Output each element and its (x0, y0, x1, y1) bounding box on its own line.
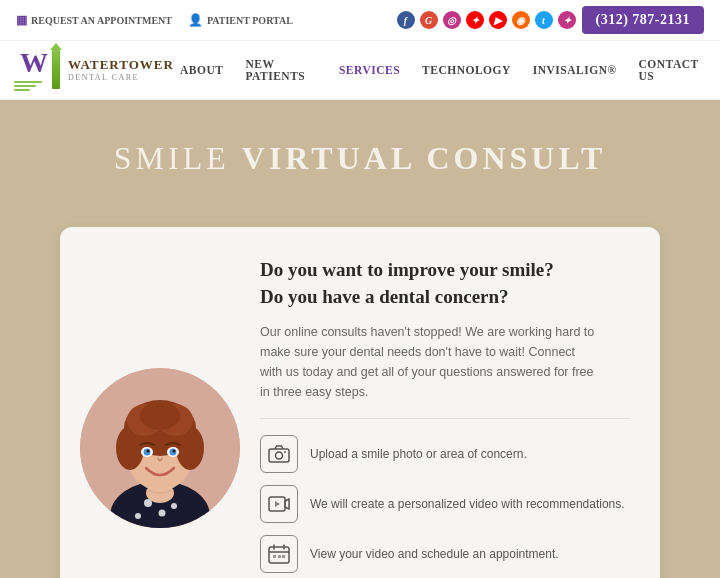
nav-invisalign[interactable]: INVISALIGN® (533, 64, 617, 76)
step-3-text: View your video and schedule an appointm… (310, 547, 559, 561)
calendar-icon: ▦ (16, 13, 27, 28)
svg-rect-21 (269, 449, 289, 462)
google-icon[interactable]: G (420, 11, 438, 29)
patient-portal-label: PATIENT PORTAL (207, 15, 293, 26)
card-section: Do you want to improve your smile? Do yo… (0, 227, 720, 578)
nav-contact[interactable]: CONTACT US (639, 58, 700, 82)
svg-point-18 (147, 449, 150, 452)
svg-rect-28 (278, 555, 281, 558)
nav-bar: W WATERTOWER DENTAL CARE ABOUT NEW PATIE… (0, 41, 720, 100)
top-bar-right: f G ◎ ✦ ▶ ◉ t ✦ (312) 787-2131 (397, 6, 705, 34)
card-heading: Do you want to improve your smile? Do yo… (260, 257, 630, 310)
svg-point-5 (171, 503, 177, 509)
hero-title: SMILE VIRTUAL CONSULT (20, 140, 700, 177)
card-content: Do you want to improve your smile? Do yo… (260, 257, 630, 578)
card-heading-line1: Do you want to improve your smile? (260, 259, 554, 280)
nav-technology[interactable]: TECHNOLOGY (422, 64, 511, 76)
svg-marker-25 (275, 501, 280, 507)
svg-point-3 (159, 509, 166, 516)
twitter-icon[interactable]: t (535, 11, 553, 29)
card-divider (260, 418, 630, 419)
instagram-icon[interactable]: ◎ (443, 11, 461, 29)
card-description: Our online consults haven't stopped! We … (260, 322, 600, 402)
nav-new-patients[interactable]: NEW PATIENTS (245, 58, 317, 82)
rss-icon[interactable]: ◉ (512, 11, 530, 29)
steps-list: Upload a smile photo or area of concern.… (260, 435, 630, 573)
svg-rect-27 (273, 555, 276, 558)
appointment-link[interactable]: ▦ REQUEST AN APPOINTMENT (16, 13, 172, 28)
hero-title-bold: VIRTUAL CONSULT (242, 140, 606, 176)
phone-button[interactable]: (312) 787-2131 (582, 6, 705, 34)
top-bar: ▦ REQUEST AN APPOINTMENT 👤 PATIENT PORTA… (0, 0, 720, 41)
nav-services[interactable]: SERVICES (339, 64, 400, 76)
step-3-icon (260, 535, 298, 573)
logo-name: WATERTOWER (68, 58, 174, 72)
consult-card: Do you want to improve your smile? Do yo… (60, 227, 660, 578)
snapchat-icon[interactable]: ✦ (466, 11, 484, 29)
facebook-icon[interactable]: f (397, 11, 415, 29)
step-2: We will create a personalized video with… (260, 485, 630, 523)
top-bar-left: ▦ REQUEST AN APPOINTMENT 👤 PATIENT PORTA… (16, 13, 293, 28)
appointment-label: REQUEST AN APPOINTMENT (31, 15, 172, 26)
step-1-text: Upload a smile photo or area of concern. (310, 447, 527, 461)
patient-portal-link[interactable]: 👤 PATIENT PORTAL (188, 13, 293, 28)
logo-w-letter: W (20, 49, 48, 77)
step-1-icon (260, 435, 298, 473)
step-3: View your video and schedule an appointm… (260, 535, 630, 573)
person-photo (80, 368, 240, 528)
hero-section: SMILE VIRTUAL CONSULT (0, 100, 720, 227)
person-icon: 👤 (188, 13, 203, 28)
svg-point-13 (140, 402, 180, 430)
svg-point-23 (284, 451, 286, 453)
card-heading-line2: Do you have a dental concern? (260, 286, 509, 307)
logo[interactable]: W WATERTOWER DENTAL CARE (20, 49, 180, 91)
logo-tower (52, 49, 60, 89)
step-1: Upload a smile photo or area of concern. (260, 435, 630, 473)
social-icons: f G ◎ ✦ ▶ ◉ t ✦ (397, 11, 576, 29)
logo-text: WATERTOWER DENTAL CARE (68, 58, 174, 81)
logo-lines (14, 81, 48, 91)
hero-title-light: SMILE (114, 140, 242, 176)
card-image-wrap (60, 358, 260, 538)
step-2-icon (260, 485, 298, 523)
youtube-icon[interactable]: ▶ (489, 11, 507, 29)
phone-number: (312) 787-2131 (596, 12, 691, 27)
svg-point-22 (276, 452, 283, 459)
step-2-text: We will create a personalized video with… (310, 497, 625, 511)
svg-rect-29 (282, 555, 285, 558)
svg-point-19 (173, 449, 176, 452)
yelp-icon[interactable]: ✦ (558, 11, 576, 29)
nav-links: ABOUT NEW PATIENTS SERVICES TECHNOLOGY I… (180, 58, 700, 82)
nav-about[interactable]: ABOUT (180, 64, 223, 76)
logo-sub: DENTAL CARE (68, 73, 174, 82)
svg-point-4 (135, 513, 141, 519)
